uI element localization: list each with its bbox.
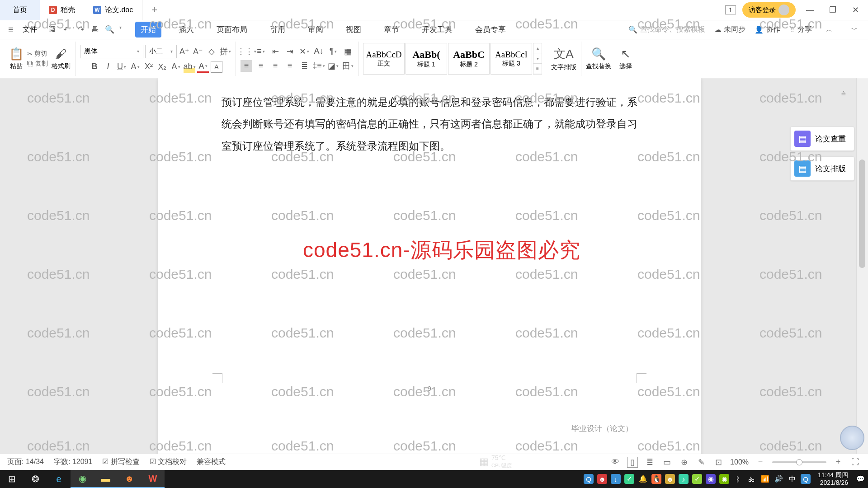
- hamburger-icon[interactable]: ≡: [5, 24, 16, 35]
- cowork-button[interactable]: 👤协作: [755, 25, 780, 34]
- spell-check[interactable]: ☑ 拼写检查: [102, 457, 139, 467]
- minimize-button[interactable]: —: [802, 2, 818, 18]
- increase-indent-button[interactable]: ⇥: [284, 46, 296, 57]
- task-app-1[interactable]: ❂: [24, 470, 47, 488]
- select-button[interactable]: ↖选择: [619, 47, 632, 70]
- align-justify-button[interactable]: ≡: [284, 60, 296, 72]
- underline-button[interactable]: U: [116, 61, 127, 73]
- paragraph-text[interactable]: 预订座位管理系统，需要注意的就是必填的账号信息和登录密码信息，都需要进行验证，系…: [222, 92, 637, 157]
- style-heading3[interactable]: AaBbCcI标题 3: [491, 43, 532, 75]
- tab-add-button[interactable]: +: [142, 4, 166, 16]
- find-replace-button[interactable]: 🔍查找替换: [586, 47, 611, 70]
- strikethrough-button[interactable]: A: [129, 61, 141, 73]
- borders-button[interactable]: 田: [342, 60, 354, 72]
- tray-icon[interactable]: Q: [584, 474, 594, 484]
- tray-wifi-icon[interactable]: 📶: [760, 474, 770, 484]
- command-search[interactable]: 🔍查找命令、搜索模板: [628, 25, 705, 34]
- scroll-thumb[interactable]: [859, 160, 865, 268]
- menu-tab-start[interactable]: 开始: [135, 22, 161, 38]
- qat-dropdown[interactable]: ▾: [119, 25, 122, 35]
- window-count[interactable]: 1: [725, 5, 736, 14]
- grow-font-button[interactable]: A⁺: [179, 46, 190, 57]
- tray-bluetooth-icon[interactable]: ᛒ: [733, 474, 743, 484]
- align-center-button[interactable]: ≡: [255, 60, 267, 72]
- paper-layout-button[interactable]: ▤论文排版: [790, 156, 854, 181]
- page[interactable]: 预订座位管理系统，需要注意的就是必填的账号信息和登录密码信息，都需要进行验证，系…: [158, 78, 701, 455]
- text-effects-button[interactable]: A: [170, 61, 182, 73]
- menu-file[interactable]: 文件: [19, 25, 41, 34]
- paper-check-button[interactable]: ▤论文查重: [790, 127, 854, 151]
- tray-icon[interactable]: ✓: [692, 474, 702, 484]
- tray-icon[interactable]: ☻: [597, 474, 607, 484]
- menu-tab-view[interactable]: 视图: [340, 22, 367, 38]
- menu-tab-vip[interactable]: 会员专享: [470, 22, 511, 38]
- close-button[interactable]: ✕: [847, 2, 863, 18]
- paste-button[interactable]: 📋粘贴: [9, 47, 24, 70]
- zoom-in-button[interactable]: +: [833, 457, 844, 468]
- decrease-indent-button[interactable]: ⇤: [269, 46, 281, 57]
- style-normal[interactable]: AaBbCcD正文: [363, 43, 405, 75]
- save-icon[interactable]: 🖫: [47, 25, 57, 35]
- line-spacing-button[interactable]: ‡≡: [313, 60, 325, 72]
- maximize-button[interactable]: ❐: [825, 2, 841, 18]
- tab-document[interactable]: W论文.doc: [84, 0, 142, 20]
- italic-button[interactable]: I: [102, 61, 114, 73]
- zoom-value[interactable]: 100%: [730, 458, 749, 466]
- highlight-button[interactable]: ab: [184, 61, 195, 73]
- border-button[interactable]: ▦: [342, 46, 354, 57]
- shading-button[interactable]: ◪: [327, 60, 339, 72]
- word-count[interactable]: 字数: 12091: [54, 457, 92, 467]
- vertical-scrollbar[interactable]: [856, 78, 868, 470]
- cpu-temp-widget[interactable]: ▦ 75℃CPU温度: [479, 454, 512, 469]
- task-ie[interactable]: e: [47, 470, 71, 488]
- task-explorer[interactable]: ▬: [94, 470, 118, 488]
- page-indicator[interactable]: 页面: 14/34: [7, 457, 44, 467]
- undo-icon[interactable]: ↶: [61, 25, 71, 35]
- tray-icon[interactable]: ☻: [665, 474, 675, 484]
- menu-tab-insert[interactable]: 插入: [173, 22, 199, 38]
- clear-format-button[interactable]: ◇: [206, 46, 217, 57]
- char-border-button[interactable]: A: [211, 61, 222, 73]
- task-wps[interactable]: W: [141, 470, 165, 488]
- tray-icon[interactable]: ◉: [706, 474, 716, 484]
- menu-tab-chapter[interactable]: 章节: [378, 22, 405, 38]
- panel-collapse-button[interactable]: ≙: [837, 90, 850, 99]
- tray-volume-icon[interactable]: 🔊: [774, 474, 783, 484]
- task-app-2[interactable]: ☻: [118, 470, 141, 488]
- redo-icon[interactable]: ↷: [76, 25, 86, 35]
- align-left-button[interactable]: ≡: [241, 60, 252, 72]
- sync-status[interactable]: ☁未同步: [714, 25, 745, 34]
- style-heading1[interactable]: AaBb(标题 1: [406, 43, 447, 75]
- menu-tab-reference[interactable]: 引用: [264, 22, 291, 38]
- align-distribute-button[interactable]: ≣: [298, 60, 310, 72]
- tray-network-icon[interactable]: 🖧: [746, 474, 756, 484]
- style-nav[interactable]: ▴▾≡: [533, 43, 542, 75]
- asian-layout-button[interactable]: ✕: [298, 46, 310, 57]
- tab-daoke[interactable]: D稻壳: [40, 0, 84, 20]
- outline-view-icon[interactable]: ≣: [644, 457, 655, 468]
- ribbon-collapse-down[interactable]: ﹀: [846, 22, 863, 38]
- web-view-icon[interactable]: ⊕: [679, 457, 689, 468]
- print-icon[interactable]: 🖶: [90, 25, 100, 35]
- numbering-button[interactable]: ≡: [255, 46, 267, 57]
- font-name-select[interactable]: 黑体▾: [80, 45, 143, 58]
- fit-width-icon[interactable]: ⊡: [713, 457, 724, 468]
- assistant-bubble[interactable]: [840, 426, 864, 450]
- font-size-select[interactable]: 小二▾: [145, 45, 177, 58]
- show-marks-button[interactable]: ¶: [327, 46, 339, 57]
- zoom-out-button[interactable]: −: [755, 457, 766, 468]
- read-view-icon[interactable]: ▭: [661, 457, 672, 468]
- zoom-knob[interactable]: [796, 459, 802, 465]
- eye-icon[interactable]: 👁: [610, 457, 621, 468]
- tray-nvidia-icon[interactable]: ◉: [719, 474, 729, 484]
- format-painter-button[interactable]: 🖌格式刷: [52, 47, 71, 70]
- page-view-icon[interactable]: ▯: [627, 457, 638, 468]
- shrink-font-button[interactable]: A⁻: [192, 46, 204, 57]
- task-browser[interactable]: ◉: [71, 470, 94, 488]
- style-more[interactable]: ≡: [533, 64, 542, 74]
- sort-button[interactable]: A↓: [313, 46, 325, 57]
- edit-icon[interactable]: ✎: [696, 457, 707, 468]
- font-color-button[interactable]: A: [197, 61, 209, 73]
- text-direction-button[interactable]: 文A文字排版: [551, 46, 576, 71]
- menu-tab-dev[interactable]: 开发工具: [416, 22, 458, 38]
